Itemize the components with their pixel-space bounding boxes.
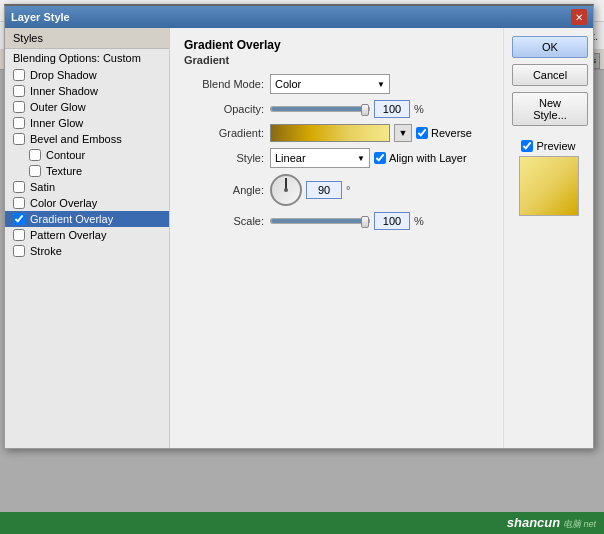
angle-input[interactable]: 90	[306, 181, 342, 199]
blend-mode-control: Color ▼	[270, 74, 489, 94]
sidebar-item-texture[interactable]: Texture	[5, 163, 169, 179]
reverse-label: Reverse	[431, 127, 472, 139]
angle-dial[interactable]	[270, 174, 302, 206]
watermark: shancun 电脑 net	[507, 515, 596, 531]
blend-mode-dropdown[interactable]: Color ▼	[270, 74, 390, 94]
blend-mode-label: Blend Mode:	[184, 78, 264, 90]
style-dropdown-arrow-icon: ▼	[357, 154, 365, 163]
opacity-input[interactable]: 100	[374, 100, 410, 118]
style-label: Style:	[184, 152, 264, 164]
inner-shadow-checkbox[interactable]	[13, 85, 25, 97]
gradient-overlay-checkbox[interactable]	[13, 213, 25, 225]
gradient-label: Gradient:	[184, 127, 264, 139]
pattern-overlay-checkbox[interactable]	[13, 229, 25, 241]
style-control: Linear ▼ Align with Layer	[270, 148, 489, 168]
blend-mode-dropdown-arrow-icon: ▼	[377, 80, 385, 89]
inner-glow-checkbox[interactable]	[13, 117, 25, 129]
angle-control: 90 °	[270, 174, 489, 206]
satin-checkbox[interactable]	[13, 181, 25, 193]
dialog-body: Styles Blending Options: Custom Drop Sha…	[5, 28, 593, 448]
bottom-bar: shancun 电脑 net	[0, 512, 604, 534]
scale-control: 100 %	[270, 212, 489, 230]
preview-check-label[interactable]: Preview	[521, 140, 575, 152]
texture-checkbox[interactable]	[29, 165, 41, 177]
bevel-emboss-checkbox[interactable]	[13, 133, 25, 145]
opacity-unit: %	[414, 103, 424, 115]
outer-glow-label: Outer Glow	[30, 101, 86, 113]
contour-label: Contour	[46, 149, 85, 161]
drop-shadow-checkbox[interactable]	[13, 69, 25, 81]
styles-panel-header: Styles	[5, 28, 169, 49]
contour-checkbox[interactable]	[29, 149, 41, 161]
outer-glow-checkbox[interactable]	[13, 101, 25, 113]
pattern-overlay-label: Pattern Overlay	[30, 229, 106, 241]
scale-slider-fill	[271, 219, 369, 223]
blend-mode-row: Blend Mode: Color ▼	[184, 74, 489, 94]
sidebar-item-gradient-overlay[interactable]: Gradient Overlay	[5, 211, 169, 227]
sidebar-item-drop-shadow[interactable]: Drop Shadow	[5, 67, 169, 83]
gradient-dropdown-arrow-icon: ▼	[399, 128, 408, 138]
reverse-check-label[interactable]: Reverse	[416, 127, 472, 139]
sidebar-item-outer-glow[interactable]: Outer Glow	[5, 99, 169, 115]
gradient-control: ▼ Reverse	[270, 124, 489, 142]
angle-unit: °	[346, 184, 350, 196]
opacity-control: 100 %	[270, 100, 489, 118]
sidebar-item-inner-glow[interactable]: Inner Glow	[5, 115, 169, 131]
gradient-preview[interactable]	[270, 124, 390, 142]
preview-label: Preview	[536, 140, 575, 152]
sidebar-item-satin[interactable]: Satin	[5, 179, 169, 195]
blending-options-label: Blending Options: Custom	[13, 52, 141, 64]
preview-box	[519, 156, 579, 216]
style-value: Linear	[275, 152, 306, 164]
dialog-titlebar: Layer Style ✕	[5, 6, 593, 28]
scale-unit: %	[414, 215, 424, 227]
stroke-checkbox[interactable]	[13, 245, 25, 257]
style-row: Style: Linear ▼ Align with Layer	[184, 148, 489, 168]
angle-label: Angle:	[184, 184, 264, 196]
inner-shadow-label: Inner Shadow	[30, 85, 98, 97]
preview-checkbox[interactable]	[521, 140, 533, 152]
color-overlay-label: Color Overlay	[30, 197, 97, 209]
sidebar-item-color-overlay[interactable]: Color Overlay	[5, 195, 169, 211]
content-area: Gradient Overlay Gradient Blend Mode: Co…	[170, 28, 503, 448]
scale-slider-container	[270, 218, 370, 224]
sidebar-item-blending-options[interactable]: Blending Options: Custom	[5, 49, 169, 67]
texture-label: Texture	[46, 165, 82, 177]
color-overlay-checkbox[interactable]	[13, 197, 25, 209]
dialog-title: Layer Style	[11, 11, 70, 23]
opacity-slider-container	[270, 106, 370, 112]
opacity-slider-track[interactable]	[270, 106, 370, 112]
sidebar-item-bevel-emboss[interactable]: Bevel and Emboss	[5, 131, 169, 147]
sidebar-item-pattern-overlay[interactable]: Pattern Overlay	[5, 227, 169, 243]
gradient-overlay-label: Gradient Overlay	[30, 213, 113, 225]
gradient-dropdown-btn[interactable]: ▼	[394, 124, 412, 142]
ok-button[interactable]: OK	[512, 36, 588, 58]
sidebar-item-stroke[interactable]: Stroke	[5, 243, 169, 259]
new-style-button[interactable]: New Style...	[512, 92, 588, 126]
align-layer-check-label[interactable]: Align with Layer	[374, 152, 467, 164]
reverse-checkbox[interactable]	[416, 127, 428, 139]
style-dropdown[interactable]: Linear ▼	[270, 148, 370, 168]
inner-glow-label: Inner Glow	[30, 117, 83, 129]
cancel-button[interactable]: Cancel	[512, 64, 588, 86]
scale-input[interactable]: 100	[374, 212, 410, 230]
scale-row: Scale: 100 %	[184, 212, 489, 230]
watermark-main: shancun	[507, 515, 560, 530]
styles-panel: Styles Blending Options: Custom Drop Sha…	[5, 28, 170, 448]
preview-container: Preview	[512, 140, 585, 216]
satin-label: Satin	[30, 181, 55, 193]
scale-slider-thumb[interactable]	[361, 216, 369, 228]
opacity-slider-fill	[271, 107, 369, 111]
align-layer-checkbox[interactable]	[374, 152, 386, 164]
sidebar-item-inner-shadow[interactable]: Inner Shadow	[5, 83, 169, 99]
sub-section-title: Gradient	[184, 54, 489, 66]
bevel-emboss-label: Bevel and Emboss	[30, 133, 122, 145]
layer-style-dialog: Layer Style ✕ Styles Blending Options: C…	[4, 4, 594, 449]
gradient-row: Gradient: ▼ Reverse	[184, 124, 489, 142]
watermark-sub: 电脑 net	[563, 519, 596, 529]
dialog-close-button[interactable]: ✕	[571, 9, 587, 25]
drop-shadow-label: Drop Shadow	[30, 69, 97, 81]
sidebar-item-contour[interactable]: Contour	[5, 147, 169, 163]
scale-slider-track[interactable]	[270, 218, 370, 224]
opacity-slider-thumb[interactable]	[361, 104, 369, 116]
